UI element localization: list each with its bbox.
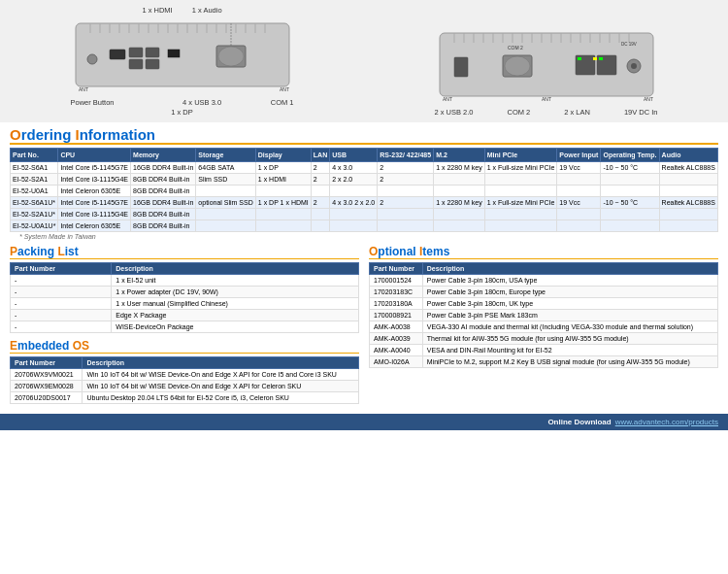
svg-rect-22 — [129, 59, 143, 69]
ordering-cell — [484, 186, 557, 197]
ordering-cell — [434, 186, 485, 197]
ordering-cell: EI-52-U0A1 — [11, 186, 58, 197]
two-col-section: Packing List Part Number Description -1 … — [0, 241, 728, 414]
ordering-cell: 2 x 2.0 — [330, 174, 378, 186]
ordering-cell: 1 x HDMI — [255, 174, 311, 186]
ordering-cell: 2 — [311, 162, 329, 174]
com2-label: COM 2 — [508, 108, 531, 117]
col-usb: USB — [330, 149, 378, 162]
os-cell: Win 10 IoT 64 bit w/ WISE Device-On and … — [83, 369, 359, 381]
optional-cell: Power Cable 3-pin 180cm, USA type — [422, 275, 717, 287]
ordering-cell — [434, 174, 485, 186]
os-col-desc: Description — [83, 357, 359, 369]
ordering-cell: Realtek ALC888S — [659, 197, 717, 209]
ordering-cell — [434, 209, 485, 220]
optional-title: Optional Items — [369, 245, 449, 258]
ordering-cell — [378, 220, 434, 232]
left-device-svg: ANT ANT — [71, 18, 294, 96]
right-device-section: ANT ANT ANT COM 2 DC 19V 2 x USB 2.0 COM… — [435, 13, 658, 117]
ordering-cell — [255, 209, 311, 220]
online-download-bar: Online Download www.advantech.com/produc… — [0, 414, 728, 430]
ordering-cell — [330, 209, 378, 220]
ordering-cell — [557, 209, 601, 220]
svg-point-54 — [505, 56, 530, 76]
ordering-cell: 4 x 3.0 2 x 2.0 — [330, 197, 378, 209]
packing-cell: Edge X Package — [112, 310, 359, 321]
packing-row: -1 x User manual (Simplified Chinese) — [11, 298, 359, 310]
embedded-os-title: Embedded OS — [10, 339, 89, 353]
svg-rect-30 — [168, 50, 180, 57]
ordering-cell — [601, 220, 659, 232]
optional-row: AMK-A0040VESA and DIN-Rail Mounting kit … — [370, 345, 718, 356]
ordering-cell: 2 — [311, 197, 329, 209]
lan-label: 2 x LAN — [564, 108, 590, 117]
optional-items-section: Optional Items Part Number Description 1… — [369, 245, 718, 368]
ordering-cell — [196, 220, 255, 232]
opt-col-part: Part Number — [370, 263, 423, 275]
os-col-part: Part Number — [11, 357, 83, 369]
com1-label: COM 1 — [271, 98, 294, 107]
ordering-cell — [659, 174, 717, 186]
online-url[interactable]: www.advantech.com/products — [615, 418, 718, 426]
col-memory: Memory — [131, 149, 196, 162]
col-rs232: RS-232/ 422/485 — [378, 149, 434, 162]
ordering-cell — [601, 209, 659, 220]
optional-cell: Power Cable 3-pin 180cm, UK type — [422, 298, 717, 310]
ordering-cell: -10 ~ 50 °C — [601, 162, 659, 174]
packing-cell: 1 x User manual (Simplified Chinese) — [112, 298, 359, 310]
ordering-row: EI-52-U0A1Intel Celeron 6305E8GB DDR4 Bu… — [11, 186, 718, 197]
ordering-cell — [330, 220, 378, 232]
ordering-cell: 16GB DDR4 Built-in — [131, 197, 196, 209]
ordering-cell: 1 x DP — [255, 162, 311, 174]
ordering-cell — [557, 186, 601, 197]
svg-text:ANT: ANT — [280, 86, 289, 92]
ordering-cell — [311, 186, 329, 197]
online-label: Online Download — [547, 418, 611, 426]
os-cell: Win 10 IoT 64 bit w/ WISE Device-On and … — [83, 381, 359, 392]
ordering-cell — [378, 209, 434, 220]
optional-cell: 170203180A — [370, 298, 423, 310]
pack-col-part: Part Number — [11, 263, 112, 275]
pack-col-desc: Description — [112, 263, 359, 275]
ordering-cell: optional Slim SSD — [196, 197, 255, 209]
ordering-cell — [659, 220, 717, 232]
opt-col-desc: Description — [422, 263, 717, 275]
optional-row: 170203183CPower Cable 3-pin 180cm, Europ… — [370, 287, 718, 298]
packing-row: -WISE-DeviceOn Package — [11, 321, 359, 333]
col-temp: Operating Temp. — [601, 149, 659, 162]
os-row: 20706U20DS0017Ubuntu Desktop 20.04 LTS 6… — [11, 392, 359, 404]
ordering-cell: 1 x 2280 M key — [434, 197, 485, 209]
optional-row: 1700008921Power Cable 3-pin PSE Mark 183… — [370, 310, 718, 321]
ordering-cell: 2 — [311, 174, 329, 186]
svg-rect-59 — [599, 57, 603, 60]
svg-rect-21 — [129, 48, 143, 57]
ordering-cell: 2 — [378, 174, 434, 186]
optional-cell: VESA and DIN-Rail Mounting kit for EI-52 — [422, 345, 717, 356]
left-device-section: 1 x HDMI 1 x Audio — [71, 6, 294, 117]
ordering-cell — [311, 209, 329, 220]
usb20-label: 2 x USB 2.0 — [435, 108, 474, 117]
os-cell: Ubuntu Desktop 20.04 LTS 64bit for EI-52… — [83, 392, 359, 404]
ordering-footnote: * System Made in Taiwan — [10, 232, 718, 241]
left-device-top-annotations: 1 x HDMI 1 x Audio — [142, 6, 221, 15]
ordering-cell: 16GB DDR4 Built-in — [131, 162, 196, 174]
col-part-no: Part No. — [11, 149, 58, 162]
svg-point-27 — [218, 47, 244, 66]
os-row: 20706WX9VM0021Win 10 IoT 64 bit w/ WISE … — [11, 369, 359, 381]
packing-row: -1 x Power adapter (DC 19V, 90W) — [11, 287, 359, 298]
embedded-os-section: Embedded OS Part Number Description 2070… — [10, 339, 359, 404]
ordering-cell: 1 x DP 1 x HDMI — [255, 197, 311, 209]
hdmi-annotation: 1 x HDMI — [142, 6, 172, 15]
col-minipcie: Mini PCIe — [484, 149, 557, 162]
ordering-cell — [255, 186, 311, 197]
ordering-cell — [255, 220, 311, 232]
svg-rect-52 — [454, 57, 468, 77]
ordering-cell — [434, 220, 485, 232]
ordering-cell — [659, 209, 717, 220]
os-cell: 20706WX9EM0028 — [11, 381, 83, 392]
optional-row: AMO-I026AMiniPCIe to M.2, support M.2 Ke… — [370, 356, 718, 368]
optional-cell: AMO-I026A — [370, 356, 423, 368]
svg-rect-58 — [593, 57, 597, 60]
ordering-row: EI-52-U0A1U*Intel Celeron 6305E8GB DDR4 … — [11, 220, 718, 232]
optional-row: 1700001524Power Cable 3-pin 180cm, USA t… — [370, 275, 718, 287]
